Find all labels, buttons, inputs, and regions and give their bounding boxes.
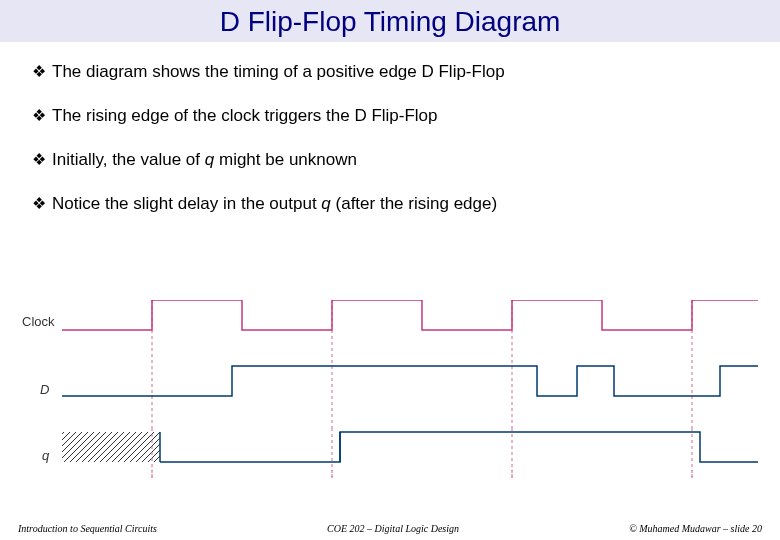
slide-title: D Flip-Flop Timing Diagram — [0, 6, 780, 38]
footer: Introduction to Sequential Circuits COE … — [0, 523, 780, 534]
timing-svg — [22, 300, 758, 500]
bullet-text: Notice the slight delay in the output q … — [52, 193, 748, 215]
list-item: ❖ The rising edge of the clock triggers … — [32, 105, 748, 127]
bullet-text-italic: q — [205, 150, 214, 169]
footer-left: Introduction to Sequential Circuits — [18, 523, 157, 534]
clock-label: Clock — [22, 314, 55, 329]
svg-rect-5 — [58, 428, 758, 470]
bullet-text: Initially, the value of q might be unkno… — [52, 149, 748, 171]
bullet-list: ❖ The diagram shows the timing of a posi… — [0, 43, 780, 245]
list-item: ❖ Initially, the value of q might be unk… — [32, 149, 748, 171]
bullet-text-segment: (after the rising edge) — [331, 194, 497, 213]
q-label: q — [42, 448, 49, 463]
timing-diagram: Clock D q — [22, 300, 758, 500]
list-item: ❖ Notice the slight delay in the output … — [32, 193, 748, 215]
bullet-text-segment: The rising edge of the clock triggers th… — [52, 106, 438, 125]
footer-right: © Muhamed Mudawar – slide 20 — [629, 523, 762, 534]
bullet-text-segment: might be unknown — [214, 150, 357, 169]
d-label: D — [40, 382, 49, 397]
diamond-icon: ❖ — [32, 194, 46, 215]
bullet-text-segment: Initially, the value of — [52, 150, 205, 169]
footer-center: COE 202 – Digital Logic Design — [327, 523, 459, 534]
bullet-text-italic: q — [321, 194, 330, 213]
list-item: ❖ The diagram shows the timing of a posi… — [32, 61, 748, 83]
bullet-text-segment: The diagram shows the timing of a positi… — [52, 62, 505, 81]
title-bar: D Flip-Flop Timing Diagram — [0, 0, 780, 43]
diamond-icon: ❖ — [32, 62, 46, 83]
diamond-icon: ❖ — [32, 106, 46, 127]
svg-rect-6 — [62, 432, 160, 462]
bullet-text: The diagram shows the timing of a positi… — [52, 61, 748, 83]
bullet-text: The rising edge of the clock triggers th… — [52, 105, 748, 127]
diamond-icon: ❖ — [32, 150, 46, 171]
bullet-text-segment: Notice the slight delay in the output — [52, 194, 321, 213]
